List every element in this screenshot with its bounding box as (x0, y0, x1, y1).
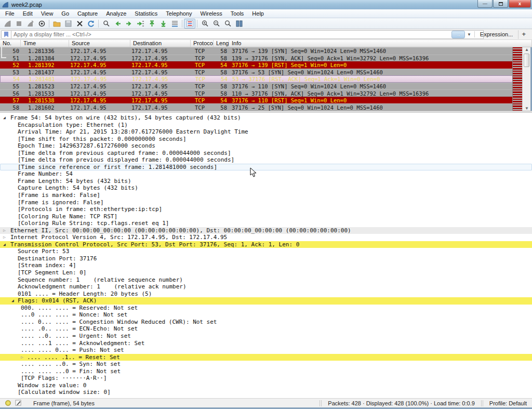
detail-line[interactable]: [Frame is ignored: False] (0, 199, 532, 206)
detail-line[interactable]: ◢Flags: 0x014 (RST, ACK) (0, 297, 532, 305)
collapse-icon[interactable]: ◢ (3, 241, 6, 248)
detail-line[interactable]: ▷.... .... .1.. = Reset: Set (0, 354, 532, 361)
packet-row-53[interactable]: 531.281437172.17.4.95172.17.4.95TCP58371… (0, 69, 513, 76)
menu-view[interactable]: View (37, 10, 58, 17)
column-header-time[interactable]: Time (21, 40, 69, 47)
detail-line[interactable]: [Time since reference or first frame: 1.… (0, 164, 532, 171)
detail-line[interactable]: .... 0... .... = Congestion Window Reduc… (0, 319, 532, 326)
save-file-button[interactable] (62, 19, 74, 29)
find-packet-button[interactable] (100, 19, 112, 29)
restart-capture-button[interactable] (24, 19, 36, 29)
menu-file[interactable]: File (1, 10, 19, 17)
column-header-length[interactable]: Length (214, 40, 229, 47)
detail-line[interactable]: [Calculated window size: 0] (0, 389, 532, 396)
detail-line[interactable]: Frame Number: 54 (0, 170, 532, 178)
detail-line[interactable]: .... .... ...0 = Fin: Not set (0, 368, 532, 375)
resize-columns-button[interactable] (233, 19, 245, 29)
menu-wireless[interactable]: Wireless (196, 10, 227, 17)
display-filter-input[interactable] (11, 30, 484, 39)
colorize-button[interactable] (184, 19, 195, 29)
menu-capture[interactable]: Capture (73, 10, 102, 17)
detail-line[interactable]: Encapsulation type: Ethernet (1) (0, 122, 532, 129)
expert-info-icon[interactable] (5, 400, 11, 406)
packet-row-51[interactable]: 511.281384172.17.4.95172.17.4.95TCP58139… (0, 55, 513, 62)
detail-line[interactable]: ...0 .... .... = Nonce: Not set (0, 311, 532, 319)
detail-line[interactable]: [Stream index: 4] (0, 262, 532, 269)
start-capture-button[interactable] (2, 19, 13, 29)
detail-line[interactable]: .... ...1 .... = Acknowledgment: Set (0, 340, 532, 347)
profile-text[interactable]: Profile: Default (487, 400, 529, 406)
detail-line[interactable]: [Coloring Rule Name: TCP RST] (0, 213, 532, 220)
go-last-button[interactable] (157, 19, 169, 29)
zoom-out-button[interactable] (210, 19, 222, 29)
column-header-destination[interactable]: Destination (130, 40, 191, 47)
detail-line[interactable]: ◢Transmission Control Protocol, Src Port… (0, 241, 532, 248)
expression-button[interactable]: Expression... (474, 31, 518, 37)
packet-row-55[interactable]: 551.281523172.17.4.95172.17.4.95TCP58371… (0, 83, 513, 90)
zoom-in-button[interactable] (199, 19, 210, 29)
packet-list-minimap[interactable] (512, 47, 522, 111)
stop-capture-button[interactable] (13, 19, 24, 29)
capture-comment-icon[interactable] (15, 400, 22, 406)
collapse-icon[interactable]: ◢ (3, 114, 6, 121)
go-to-packet-button[interactable] (135, 19, 146, 29)
detail-line[interactable]: [Time delta from previous captured frame… (0, 150, 532, 157)
scroll-down-icon[interactable]: ▼ (523, 106, 531, 111)
packet-row-57[interactable]: 571.281538172.17.4.95172.17.4.95TCP54371… (0, 97, 513, 104)
titlebar[interactable]: week2.pcap — x (0, 0, 532, 9)
zoom-original-button[interactable] (222, 19, 233, 29)
expand-icon[interactable]: ▷ (3, 234, 6, 241)
filter-history-caret-icon[interactable]: ▼ (467, 32, 471, 37)
packet-row-58[interactable]: 581.281602172.17.4.95172.17.4.95TCP58371… (0, 103, 513, 111)
menu-telephony[interactable]: Telephony (162, 10, 196, 17)
detail-line[interactable]: .... .... ..0. = Syn: Not set (0, 361, 532, 368)
packet-row-52[interactable]: 521.281392172.17.4.95172.17.4.95TCP54371… (0, 61, 513, 69)
detail-line[interactable]: ▷Internet Protocol Version 4, Src: 172.1… (0, 234, 532, 241)
collapse-icon[interactable]: ◢ (11, 297, 14, 304)
packet-row-56[interactable]: 561.281533172.17.4.95172.17.4.95TCP58110… (0, 89, 513, 97)
open-file-button[interactable] (51, 19, 62, 29)
detail-line[interactable]: Frame Length: 54 bytes (432 bits) (0, 178, 532, 185)
detail-line[interactable]: [Time delta from previous displayed fram… (0, 156, 532, 164)
detail-line[interactable]: [Frame is marked: False] (0, 192, 532, 199)
go-forward-button[interactable] (123, 19, 135, 29)
detail-line[interactable]: [Time shift for this packet: 0.000000000… (0, 136, 532, 143)
menu-statistics[interactable]: Statistics (130, 10, 162, 17)
menu-go[interactable]: Go (57, 10, 73, 17)
packet-list-scrollbar[interactable]: ▲ ▼ (522, 47, 530, 111)
detail-line[interactable]: Source Port: 53 (0, 248, 532, 255)
expand-icon[interactable]: ▷ (3, 227, 6, 234)
detail-line[interactable]: [Protocols in frame: eth:ethertype:ip:tc… (0, 206, 532, 213)
detail-line[interactable]: .... .0.. .... = ECN-Echo: Not set (0, 325, 532, 333)
minimize-button[interactable]: — (477, 0, 493, 8)
menu-analyze[interactable]: Analyze (102, 10, 130, 17)
expand-icon[interactable]: ▷ (21, 354, 23, 361)
column-header-info[interactable]: Info (229, 40, 532, 47)
detail-line[interactable]: [TCP Segment Len: 0] (0, 269, 532, 276)
packet-row-54[interactable]: 541.281481172.17.4.95172.17.4.95TCP5453 … (0, 75, 513, 83)
scroll-up-icon[interactable]: ▲ (523, 47, 531, 52)
detail-line[interactable]: .... .... 0... = Push: Not set (0, 347, 532, 354)
detail-line[interactable]: Acknowledgment number: 1 (relative ack n… (0, 283, 532, 291)
column-header-protocol[interactable]: Protocol (191, 40, 214, 47)
detail-line[interactable]: Arrival Time: Apr 21, 2015 13:28:07.6172… (0, 128, 532, 136)
apply-filter-button[interactable]: → (451, 31, 465, 38)
detail-line[interactable]: .... ..0. .... = Urgent: Not set (0, 333, 532, 340)
detail-line[interactable]: Capture Length: 54 bytes (432 bits) (0, 184, 532, 192)
detail-line[interactable]: ◢Frame 54: 54 bytes on wire (432 bits), … (0, 114, 532, 122)
packet-row-50[interactable]: 501.281336172.17.4.95172.17.4.95TCP58371… (0, 47, 513, 55)
menu-edit[interactable]: Edit (19, 10, 37, 17)
detail-line[interactable]: 000. .... .... = Reserved: Not set (0, 305, 532, 312)
add-filter-button[interactable]: + (518, 30, 531, 39)
scrollbar-thumb[interactable] (524, 54, 529, 67)
detail-line[interactable]: ▷Ethernet II, Src: 00:00:00_00:00:00 (00… (0, 227, 532, 234)
detail-line[interactable]: [TCP Flags: ·······A·R··] (0, 375, 532, 382)
menu-help[interactable]: Help (248, 10, 268, 17)
maximize-button[interactable] (493, 0, 508, 8)
detail-line[interactable]: 0101 .... = Header Length: 20 bytes (5) (0, 291, 532, 298)
detail-line[interactable]: Destination Port: 37176 (0, 255, 532, 262)
go-first-button[interactable] (146, 19, 157, 29)
filter-bookmark-button[interactable] (1, 30, 11, 39)
auto-scroll-button[interactable] (169, 19, 180, 29)
detail-line[interactable]: Epoch Time: 1429637287.617276000 seconds (0, 142, 532, 150)
